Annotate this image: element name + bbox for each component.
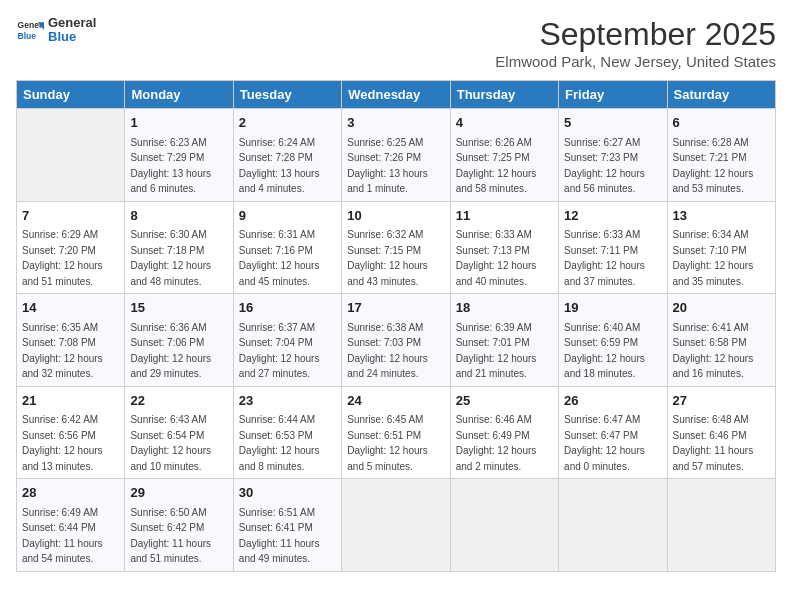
day-number: 6 — [673, 113, 770, 133]
page-subtitle: Elmwood Park, New Jersey, United States — [495, 53, 776, 70]
day-number: 25 — [456, 391, 553, 411]
calendar-cell: 19Sunrise: 6:40 AM Sunset: 6:59 PM Dayli… — [559, 294, 667, 387]
day-info: Sunrise: 6:46 AM Sunset: 6:49 PM Dayligh… — [456, 412, 553, 474]
calendar-cell: 15Sunrise: 6:36 AM Sunset: 7:06 PM Dayli… — [125, 294, 233, 387]
calendar-cell: 5Sunrise: 6:27 AM Sunset: 7:23 PM Daylig… — [559, 109, 667, 202]
day-number: 20 — [673, 298, 770, 318]
day-info: Sunrise: 6:23 AM Sunset: 7:29 PM Dayligh… — [130, 135, 227, 197]
calendar-cell: 23Sunrise: 6:44 AM Sunset: 6:53 PM Dayli… — [233, 386, 341, 479]
calendar-cell: 13Sunrise: 6:34 AM Sunset: 7:10 PM Dayli… — [667, 201, 775, 294]
calendar-cell: 17Sunrise: 6:38 AM Sunset: 7:03 PM Dayli… — [342, 294, 450, 387]
day-number: 19 — [564, 298, 661, 318]
page-title: September 2025 — [495, 16, 776, 53]
day-info: Sunrise: 6:49 AM Sunset: 6:44 PM Dayligh… — [22, 505, 119, 567]
day-number: 1 — [130, 113, 227, 133]
day-number: 15 — [130, 298, 227, 318]
calendar-cell — [342, 479, 450, 572]
day-number: 29 — [130, 483, 227, 503]
day-number: 26 — [564, 391, 661, 411]
day-number: 28 — [22, 483, 119, 503]
calendar-week-4: 21Sunrise: 6:42 AM Sunset: 6:56 PM Dayli… — [17, 386, 776, 479]
calendar-week-5: 28Sunrise: 6:49 AM Sunset: 6:44 PM Dayli… — [17, 479, 776, 572]
day-info: Sunrise: 6:43 AM Sunset: 6:54 PM Dayligh… — [130, 412, 227, 474]
calendar-cell: 2Sunrise: 6:24 AM Sunset: 7:28 PM Daylig… — [233, 109, 341, 202]
day-info: Sunrise: 6:33 AM Sunset: 7:13 PM Dayligh… — [456, 227, 553, 289]
day-info: Sunrise: 6:27 AM Sunset: 7:23 PM Dayligh… — [564, 135, 661, 197]
day-info: Sunrise: 6:39 AM Sunset: 7:01 PM Dayligh… — [456, 320, 553, 382]
calendar-cell — [559, 479, 667, 572]
day-info: Sunrise: 6:26 AM Sunset: 7:25 PM Dayligh… — [456, 135, 553, 197]
calendar-cell — [17, 109, 125, 202]
page-header: General Blue General Blue September 2025… — [16, 16, 776, 70]
calendar-cell: 30Sunrise: 6:51 AM Sunset: 6:41 PM Dayli… — [233, 479, 341, 572]
column-header-sunday: Sunday — [17, 81, 125, 109]
calendar-cell: 27Sunrise: 6:48 AM Sunset: 6:46 PM Dayli… — [667, 386, 775, 479]
svg-text:Blue: Blue — [18, 31, 37, 41]
calendar-cell: 18Sunrise: 6:39 AM Sunset: 7:01 PM Dayli… — [450, 294, 558, 387]
day-info: Sunrise: 6:31 AM Sunset: 7:16 PM Dayligh… — [239, 227, 336, 289]
calendar-cell: 1Sunrise: 6:23 AM Sunset: 7:29 PM Daylig… — [125, 109, 233, 202]
day-info: Sunrise: 6:33 AM Sunset: 7:11 PM Dayligh… — [564, 227, 661, 289]
calendar-cell: 7Sunrise: 6:29 AM Sunset: 7:20 PM Daylig… — [17, 201, 125, 294]
calendar-cell: 28Sunrise: 6:49 AM Sunset: 6:44 PM Dayli… — [17, 479, 125, 572]
day-number: 11 — [456, 206, 553, 226]
calendar-cell — [450, 479, 558, 572]
day-number: 4 — [456, 113, 553, 133]
day-number: 9 — [239, 206, 336, 226]
day-number: 21 — [22, 391, 119, 411]
day-info: Sunrise: 6:51 AM Sunset: 6:41 PM Dayligh… — [239, 505, 336, 567]
calendar-cell: 20Sunrise: 6:41 AM Sunset: 6:58 PM Dayli… — [667, 294, 775, 387]
day-info: Sunrise: 6:41 AM Sunset: 6:58 PM Dayligh… — [673, 320, 770, 382]
calendar-week-2: 7Sunrise: 6:29 AM Sunset: 7:20 PM Daylig… — [17, 201, 776, 294]
calendar-cell: 6Sunrise: 6:28 AM Sunset: 7:21 PM Daylig… — [667, 109, 775, 202]
calendar-cell: 8Sunrise: 6:30 AM Sunset: 7:18 PM Daylig… — [125, 201, 233, 294]
day-info: Sunrise: 6:38 AM Sunset: 7:03 PM Dayligh… — [347, 320, 444, 382]
calendar-cell: 26Sunrise: 6:47 AM Sunset: 6:47 PM Dayli… — [559, 386, 667, 479]
logo: General Blue General Blue — [16, 16, 96, 45]
calendar-cell: 9Sunrise: 6:31 AM Sunset: 7:16 PM Daylig… — [233, 201, 341, 294]
day-number: 30 — [239, 483, 336, 503]
calendar-week-3: 14Sunrise: 6:35 AM Sunset: 7:08 PM Dayli… — [17, 294, 776, 387]
calendar-cell: 11Sunrise: 6:33 AM Sunset: 7:13 PM Dayli… — [450, 201, 558, 294]
day-info: Sunrise: 6:37 AM Sunset: 7:04 PM Dayligh… — [239, 320, 336, 382]
day-info: Sunrise: 6:32 AM Sunset: 7:15 PM Dayligh… — [347, 227, 444, 289]
calendar-week-1: 1Sunrise: 6:23 AM Sunset: 7:29 PM Daylig… — [17, 109, 776, 202]
day-info: Sunrise: 6:45 AM Sunset: 6:51 PM Dayligh… — [347, 412, 444, 474]
day-info: Sunrise: 6:36 AM Sunset: 7:06 PM Dayligh… — [130, 320, 227, 382]
day-info: Sunrise: 6:42 AM Sunset: 6:56 PM Dayligh… — [22, 412, 119, 474]
day-info: Sunrise: 6:25 AM Sunset: 7:26 PM Dayligh… — [347, 135, 444, 197]
calendar-cell: 22Sunrise: 6:43 AM Sunset: 6:54 PM Dayli… — [125, 386, 233, 479]
day-number: 14 — [22, 298, 119, 318]
calendar-header-row: SundayMondayTuesdayWednesdayThursdayFrid… — [17, 81, 776, 109]
column-header-monday: Monday — [125, 81, 233, 109]
calendar-cell: 10Sunrise: 6:32 AM Sunset: 7:15 PM Dayli… — [342, 201, 450, 294]
column-header-wednesday: Wednesday — [342, 81, 450, 109]
logo-icon: General Blue — [16, 16, 44, 44]
day-info: Sunrise: 6:35 AM Sunset: 7:08 PM Dayligh… — [22, 320, 119, 382]
calendar-cell: 4Sunrise: 6:26 AM Sunset: 7:25 PM Daylig… — [450, 109, 558, 202]
day-number: 22 — [130, 391, 227, 411]
column-header-saturday: Saturday — [667, 81, 775, 109]
day-number: 27 — [673, 391, 770, 411]
logo-text-blue: Blue — [48, 30, 96, 44]
calendar-cell — [667, 479, 775, 572]
day-number: 24 — [347, 391, 444, 411]
calendar-cell: 29Sunrise: 6:50 AM Sunset: 6:42 PM Dayli… — [125, 479, 233, 572]
calendar-cell: 12Sunrise: 6:33 AM Sunset: 7:11 PM Dayli… — [559, 201, 667, 294]
calendar-cell: 14Sunrise: 6:35 AM Sunset: 7:08 PM Dayli… — [17, 294, 125, 387]
day-number: 17 — [347, 298, 444, 318]
day-info: Sunrise: 6:44 AM Sunset: 6:53 PM Dayligh… — [239, 412, 336, 474]
day-number: 18 — [456, 298, 553, 318]
day-number: 8 — [130, 206, 227, 226]
day-info: Sunrise: 6:30 AM Sunset: 7:18 PM Dayligh… — [130, 227, 227, 289]
day-info: Sunrise: 6:48 AM Sunset: 6:46 PM Dayligh… — [673, 412, 770, 474]
title-block: September 2025 Elmwood Park, New Jersey,… — [495, 16, 776, 70]
day-number: 7 — [22, 206, 119, 226]
calendar-cell: 3Sunrise: 6:25 AM Sunset: 7:26 PM Daylig… — [342, 109, 450, 202]
day-number: 13 — [673, 206, 770, 226]
day-number: 5 — [564, 113, 661, 133]
calendar-cell: 16Sunrise: 6:37 AM Sunset: 7:04 PM Dayli… — [233, 294, 341, 387]
column-header-thursday: Thursday — [450, 81, 558, 109]
day-info: Sunrise: 6:40 AM Sunset: 6:59 PM Dayligh… — [564, 320, 661, 382]
calendar-table: SundayMondayTuesdayWednesdayThursdayFrid… — [16, 80, 776, 572]
